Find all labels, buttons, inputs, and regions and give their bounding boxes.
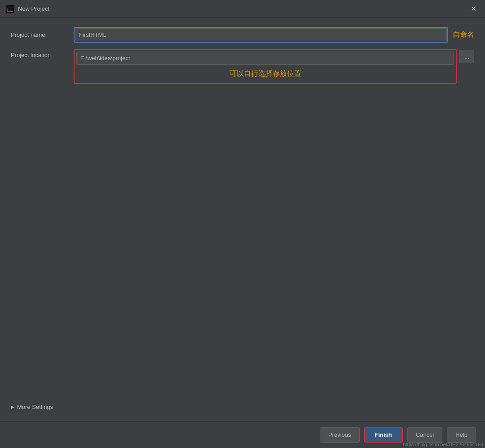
project-location-input[interactable] <box>76 52 454 65</box>
project-name-annotation: 自命名 <box>453 30 474 40</box>
more-settings-toggle[interactable]: ▶ More Settings <box>11 402 474 412</box>
location-inner <box>76 52 454 65</box>
title-bar: I New Project ✕ <box>0 0 485 18</box>
project-name-label: Project name: <box>11 31 74 38</box>
project-location-row: Project location 可以自行选择存放位置 ... <box>11 49 474 84</box>
project-location-field-wrapper: 可以自行选择存放位置 <box>74 49 457 84</box>
project-location-label: Project location <box>11 49 74 58</box>
help-button[interactable]: Help <box>447 427 476 443</box>
svg-rect-3 <box>7 11 13 12</box>
cancel-button[interactable]: Cancel <box>407 427 442 443</box>
more-settings-label: More Settings <box>17 404 53 410</box>
finish-button[interactable]: Finish <box>364 427 403 443</box>
watermark: https://blog.csdn.net/DH2264664169 <box>401 441 485 448</box>
more-settings-arrow-icon: ▶ <box>11 404 14 409</box>
close-button[interactable]: ✕ <box>467 3 480 15</box>
previous-button[interactable]: Previous <box>320 427 360 443</box>
location-row-wrap: 可以自行选择存放位置 ... <box>74 49 474 84</box>
dialog-title: New Project <box>18 5 467 12</box>
location-annotation: 可以自行选择存放位置 <box>76 65 454 81</box>
browse-button[interactable]: ... <box>459 50 474 63</box>
dialog-window: I New Project ✕ Project name: 自命名 Projec… <box>0 0 485 448</box>
project-name-field-wrapper <box>74 27 448 43</box>
dialog-content: Project name: 自命名 Project location 可以自行选… <box>0 18 485 421</box>
dialog-footer: Previous Finish Cancel Help https://blog… <box>0 421 485 448</box>
project-name-input[interactable] <box>75 28 447 41</box>
main-area <box>11 90 474 402</box>
app-icon: I <box>5 4 14 13</box>
project-name-row: Project name: 自命名 <box>11 27 474 43</box>
